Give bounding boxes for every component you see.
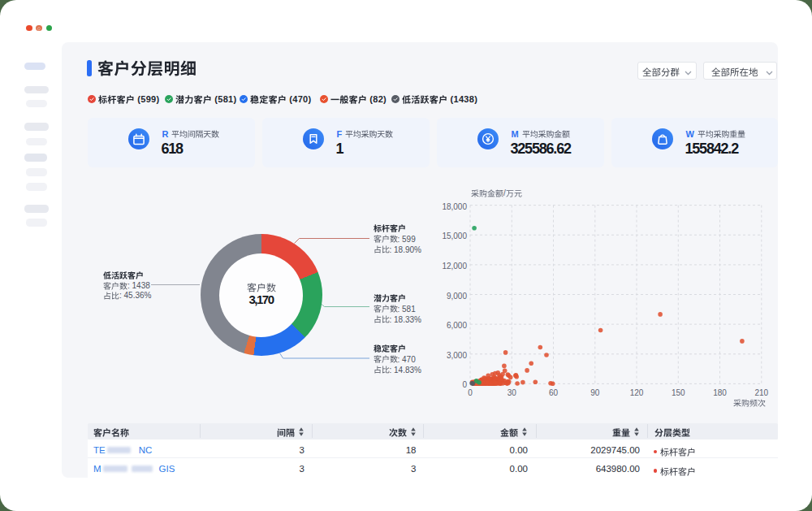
svg-text:9,000: 9,000 — [447, 292, 467, 301]
svg-text:90: 90 — [590, 388, 600, 397]
svg-text:15,000: 15,000 — [442, 232, 467, 240]
svg-text:180: 180 — [713, 388, 727, 397]
svg-text:60: 60 — [549, 388, 559, 397]
svg-text:0: 0 — [462, 380, 467, 389]
svg-text:30: 30 — [508, 388, 517, 397]
svg-text:0: 0 — [468, 388, 473, 397]
svg-text:18,000: 18,000 — [442, 202, 467, 211]
svg-text:150: 150 — [672, 388, 685, 397]
svg-text:120: 120 — [630, 388, 644, 397]
svg-text:3,000: 3,000 — [447, 351, 467, 360]
svg-text:6,000: 6,000 — [447, 321, 467, 330]
svg-text:12,000: 12,000 — [442, 262, 467, 271]
